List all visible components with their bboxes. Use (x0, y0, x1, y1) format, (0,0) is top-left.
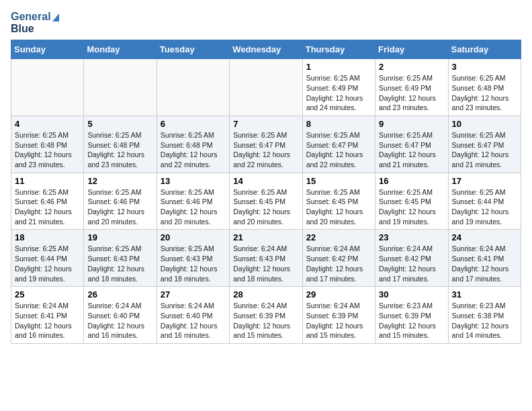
day-info: Sunrise: 6:25 AMSunset: 6:43 PMDaylight:… (161, 244, 226, 283)
day-number: 16 (379, 176, 444, 186)
header-cell-sunday: Sunday (11, 40, 84, 59)
calendar-table: SundayMondayTuesdayWednesdayThursdayFrid… (11, 40, 521, 344)
day-cell: 25Sunrise: 6:24 AMSunset: 6:41 PMDayligh… (11, 287, 84, 344)
day-cell: 13Sunrise: 6:25 AMSunset: 6:46 PMDayligh… (157, 173, 229, 230)
day-cell: 8Sunrise: 6:25 AMSunset: 6:47 PMDaylight… (302, 116, 375, 173)
day-cell: 1Sunrise: 6:25 AMSunset: 6:49 PMDaylight… (302, 59, 375, 116)
day-cell: 11Sunrise: 6:25 AMSunset: 6:46 PMDayligh… (11, 173, 84, 230)
day-cell: 16Sunrise: 6:25 AMSunset: 6:45 PMDayligh… (375, 173, 448, 230)
day-cell: 23Sunrise: 6:24 AMSunset: 6:42 PMDayligh… (375, 230, 448, 287)
day-cell: 6Sunrise: 6:25 AMSunset: 6:48 PMDaylight… (157, 116, 229, 173)
day-info: Sunrise: 6:25 AMSunset: 6:45 PMDaylight:… (379, 187, 444, 227)
day-info: Sunrise: 6:25 AMSunset: 6:46 PMDaylight:… (15, 187, 80, 227)
day-number: 21 (233, 232, 298, 242)
day-number: 17 (452, 176, 517, 186)
day-cell: 9Sunrise: 6:25 AMSunset: 6:47 PMDaylight… (375, 116, 448, 173)
day-number: 20 (161, 232, 226, 242)
day-info: Sunrise: 6:23 AMSunset: 6:39 PMDaylight:… (379, 301, 444, 340)
day-number: 28 (233, 289, 298, 300)
day-info: Sunrise: 6:25 AMSunset: 6:48 PMDaylight:… (15, 130, 80, 170)
day-info: Sunrise: 6:25 AMSunset: 6:44 PMDaylight:… (15, 244, 80, 283)
day-cell: 21Sunrise: 6:24 AMSunset: 6:43 PMDayligh… (230, 230, 302, 287)
day-info: Sunrise: 6:25 AMSunset: 6:47 PMDaylight:… (379, 130, 444, 170)
day-cell: 17Sunrise: 6:25 AMSunset: 6:44 PMDayligh… (448, 173, 521, 230)
day-cell: 3Sunrise: 6:25 AMSunset: 6:48 PMDaylight… (448, 59, 521, 116)
day-cell: 28Sunrise: 6:24 AMSunset: 6:39 PMDayligh… (230, 287, 302, 344)
week-row-5: 25Sunrise: 6:24 AMSunset: 6:41 PMDayligh… (11, 287, 521, 344)
day-cell: 30Sunrise: 6:23 AMSunset: 6:39 PMDayligh… (375, 287, 448, 344)
day-info: Sunrise: 6:25 AMSunset: 6:49 PMDaylight:… (306, 73, 371, 113)
day-cell (11, 59, 84, 116)
day-cell: 22Sunrise: 6:24 AMSunset: 6:42 PMDayligh… (302, 230, 375, 287)
day-info: Sunrise: 6:25 AMSunset: 6:45 PMDaylight:… (306, 187, 371, 227)
day-number: 14 (233, 176, 298, 186)
day-info: Sunrise: 6:25 AMSunset: 6:46 PMDaylight:… (87, 187, 152, 227)
day-number: 24 (452, 232, 517, 242)
day-number: 18 (15, 232, 80, 242)
day-info: Sunrise: 6:24 AMSunset: 6:41 PMDaylight:… (15, 301, 80, 340)
day-cell: 27Sunrise: 6:24 AMSunset: 6:40 PMDayligh… (157, 287, 229, 344)
day-cell (157, 59, 229, 116)
day-number: 2 (379, 62, 444, 72)
header-cell-friday: Friday (375, 40, 448, 59)
day-number: 12 (87, 176, 152, 186)
day-cell: 14Sunrise: 6:25 AMSunset: 6:45 PMDayligh… (230, 173, 302, 230)
logo: General Blue (11, 11, 59, 34)
day-number: 31 (452, 289, 517, 300)
day-info: Sunrise: 6:25 AMSunset: 6:48 PMDaylight:… (452, 73, 517, 113)
day-cell: 10Sunrise: 6:25 AMSunset: 6:47 PMDayligh… (448, 116, 521, 173)
day-info: Sunrise: 6:25 AMSunset: 6:47 PMDaylight:… (233, 130, 298, 170)
day-cell: 2Sunrise: 6:25 AMSunset: 6:49 PMDaylight… (375, 59, 448, 116)
day-cell (84, 59, 157, 116)
day-number: 7 (233, 119, 298, 129)
day-info: Sunrise: 6:23 AMSunset: 6:38 PMDaylight:… (452, 301, 517, 340)
day-info: Sunrise: 6:24 AMSunset: 6:41 PMDaylight:… (452, 244, 517, 283)
header-cell-tuesday: Tuesday (157, 40, 229, 59)
day-info: Sunrise: 6:25 AMSunset: 6:45 PMDaylight:… (233, 187, 298, 227)
day-info: Sunrise: 6:24 AMSunset: 6:40 PMDaylight:… (161, 301, 226, 340)
day-info: Sunrise: 6:24 AMSunset: 6:42 PMDaylight:… (306, 244, 371, 283)
day-info: Sunrise: 6:25 AMSunset: 6:49 PMDaylight:… (379, 73, 444, 113)
day-info: Sunrise: 6:25 AMSunset: 6:43 PMDaylight:… (87, 244, 152, 283)
day-number: 23 (379, 232, 444, 242)
day-cell: 24Sunrise: 6:24 AMSunset: 6:41 PMDayligh… (448, 230, 521, 287)
header-cell-monday: Monday (84, 40, 157, 59)
day-number: 30 (379, 289, 444, 300)
header-cell-thursday: Thursday (302, 40, 375, 59)
day-cell (230, 59, 302, 116)
day-number: 26 (87, 289, 152, 300)
day-info: Sunrise: 6:24 AMSunset: 6:42 PMDaylight:… (379, 244, 444, 283)
week-row-1: 1Sunrise: 6:25 AMSunset: 6:49 PMDaylight… (11, 59, 521, 116)
week-row-3: 11Sunrise: 6:25 AMSunset: 6:46 PMDayligh… (11, 173, 521, 230)
header-cell-saturday: Saturday (448, 40, 521, 59)
week-row-4: 18Sunrise: 6:25 AMSunset: 6:44 PMDayligh… (11, 230, 521, 287)
day-number: 25 (15, 289, 80, 300)
day-info: Sunrise: 6:24 AMSunset: 6:39 PMDaylight:… (233, 301, 298, 340)
day-number: 13 (161, 176, 226, 186)
header-row: SundayMondayTuesdayWednesdayThursdayFrid… (11, 40, 521, 59)
day-info: Sunrise: 6:24 AMSunset: 6:40 PMDaylight:… (87, 301, 152, 340)
day-info: Sunrise: 6:25 AMSunset: 6:46 PMDaylight:… (161, 187, 226, 227)
day-cell: 29Sunrise: 6:24 AMSunset: 6:39 PMDayligh… (302, 287, 375, 344)
day-number: 15 (306, 176, 371, 186)
day-cell: 12Sunrise: 6:25 AMSunset: 6:46 PMDayligh… (84, 173, 157, 230)
day-cell: 18Sunrise: 6:25 AMSunset: 6:44 PMDayligh… (11, 230, 84, 287)
day-info: Sunrise: 6:25 AMSunset: 6:44 PMDaylight:… (452, 187, 517, 227)
day-number: 22 (306, 232, 371, 242)
day-cell: 31Sunrise: 6:23 AMSunset: 6:38 PMDayligh… (448, 287, 521, 344)
day-number: 11 (15, 176, 80, 186)
day-cell: 4Sunrise: 6:25 AMSunset: 6:48 PMDaylight… (11, 116, 84, 173)
day-number: 4 (15, 119, 80, 129)
day-info: Sunrise: 6:25 AMSunset: 6:48 PMDaylight:… (161, 130, 226, 170)
day-number: 19 (87, 232, 152, 242)
day-info: Sunrise: 6:24 AMSunset: 6:43 PMDaylight:… (233, 244, 298, 283)
day-number: 6 (161, 119, 226, 129)
day-cell: 19Sunrise: 6:25 AMSunset: 6:43 PMDayligh… (84, 230, 157, 287)
day-number: 27 (161, 289, 226, 300)
day-number: 1 (306, 62, 371, 72)
day-cell: 26Sunrise: 6:24 AMSunset: 6:40 PMDayligh… (84, 287, 157, 344)
day-number: 29 (306, 289, 371, 300)
day-number: 3 (452, 62, 517, 72)
day-info: Sunrise: 6:25 AMSunset: 6:47 PMDaylight:… (452, 130, 517, 170)
week-row-2: 4Sunrise: 6:25 AMSunset: 6:48 PMDaylight… (11, 116, 521, 173)
